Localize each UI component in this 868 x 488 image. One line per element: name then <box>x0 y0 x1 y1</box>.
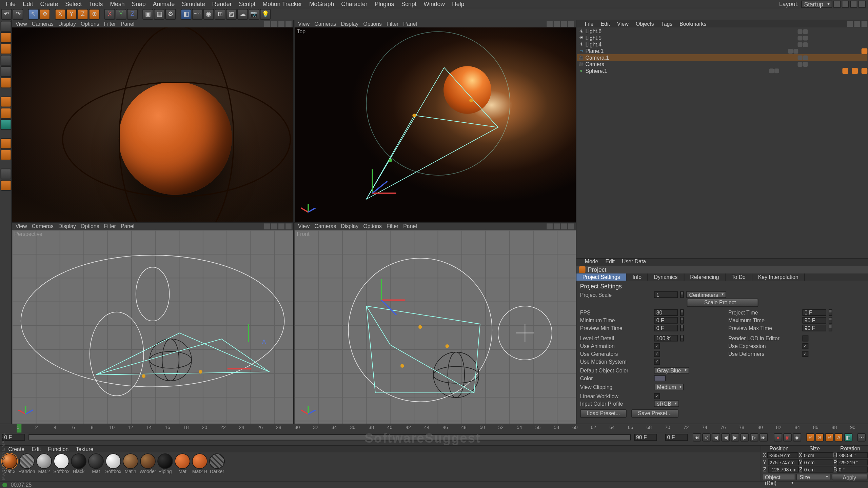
object-row[interactable]: Light.6 <box>577 28 867 35</box>
menu-edit[interactable]: Edit <box>19 0 36 8</box>
select-tool[interactable]: ↖ <box>28 8 39 19</box>
menu-motion-tracker[interactable]: Motion Tracker <box>259 0 305 8</box>
viewport-solo-icon[interactable] <box>1 138 12 149</box>
attr-tab-edit[interactable]: Edit <box>602 259 618 266</box>
menu-tools[interactable]: Tools <box>85 0 106 8</box>
next-frame-button[interactable]: ▶ <box>741 433 749 442</box>
menu-create[interactable]: Create <box>37 0 62 8</box>
use-expr-checkbox[interactable]: ✓ <box>802 343 808 349</box>
misc-tool-1-icon[interactable] <box>1 169 12 180</box>
vis-editor-dot[interactable] <box>798 36 803 40</box>
menu-select[interactable]: Select <box>62 0 85 8</box>
om-tab-edit[interactable]: Edit <box>597 21 613 27</box>
view-clip-dropdown[interactable]: Medium <box>654 384 684 390</box>
material-tag-icon[interactable] <box>842 68 848 74</box>
vp-nav-icon[interactable] <box>285 21 292 27</box>
tl-options-icon[interactable]: ⋯ <box>857 433 866 442</box>
lin-wf-checkbox[interactable]: ✓ <box>654 393 660 399</box>
axis-mode-icon[interactable] <box>1 97 12 107</box>
max-time-input[interactable] <box>802 317 826 323</box>
menu-sculpt[interactable]: Sculpt <box>235 0 259 8</box>
layout-icon-2[interactable] <box>842 0 849 7</box>
om-filter-icon[interactable] <box>854 21 861 27</box>
subtab-key-interp[interactable]: Key Interpolation <box>752 273 805 281</box>
spinner[interactable] <box>680 317 684 323</box>
lock-y-icon[interactable]: Y <box>66 8 77 19</box>
vis-render-dot[interactable] <box>803 29 808 34</box>
point-mode-icon[interactable] <box>1 66 12 77</box>
viewport-canvas[interactable] <box>12 27 293 221</box>
prev-frame-button[interactable]: ◀ <box>712 433 720 442</box>
vis-render-dot[interactable] <box>803 62 808 66</box>
render-settings-button[interactable]: ⚙ <box>165 8 176 19</box>
use-gen-checkbox[interactable]: ✓ <box>654 351 660 357</box>
mat-tab-edit[interactable]: Edit <box>28 446 44 452</box>
vis-render-dot[interactable] <box>774 68 779 73</box>
vp-nav-icon[interactable] <box>568 223 574 229</box>
size-input[interactable] <box>803 467 833 473</box>
lod-input[interactable] <box>654 335 678 341</box>
lock-x-icon[interactable]: X <box>55 8 66 19</box>
misc-tool-2-icon[interactable] <box>1 180 12 191</box>
load-preset-button[interactable]: Load Preset... <box>580 409 627 418</box>
prev-max-input[interactable] <box>802 325 826 331</box>
vp-menu-cameras[interactable]: Cameras <box>312 21 338 27</box>
spinner[interactable] <box>828 317 832 323</box>
menu-window[interactable]: Window <box>420 0 449 8</box>
primitive-cube-icon[interactable]: ◧ <box>181 8 192 19</box>
vp-nav-icon[interactable] <box>561 223 567 229</box>
material-list[interactable]: Mat.3RandomMat.2SoftboxBlackMatSoftboxMa… <box>0 452 761 481</box>
vp-menu-view[interactable]: View <box>296 21 312 27</box>
timeline-scrollbar[interactable] <box>28 434 631 441</box>
object-row[interactable]: Camera <box>577 61 867 67</box>
material-item[interactable]: Piping <box>157 453 173 480</box>
axis-y-icon[interactable]: Y <box>116 8 126 19</box>
vis-editor-dot[interactable] <box>798 29 803 34</box>
material-item[interactable]: Mat.1 <box>122 453 139 480</box>
coord-apply-button[interactable]: Apply <box>831 474 867 480</box>
key-pla-icon[interactable]: ◧ <box>844 433 853 442</box>
vp-menu-filter[interactable]: Filter <box>102 223 118 229</box>
deformer-tool-icon[interactable]: ▨ <box>226 8 237 19</box>
xray-icon[interactable] <box>1 149 12 160</box>
menu-render[interactable]: Render <box>209 0 235 8</box>
min-time-input[interactable] <box>654 317 678 323</box>
vis-render-dot[interactable] <box>803 42 808 47</box>
subtab-referencing[interactable]: Referencing <box>684 273 726 281</box>
spinner[interactable] <box>828 325 832 331</box>
polygon-mode-icon[interactable] <box>1 78 12 88</box>
menu-script[interactable]: Script <box>398 0 420 8</box>
vis-editor-dot[interactable] <box>798 42 803 47</box>
vp-nav-icon[interactable] <box>561 21 567 27</box>
snap-toggle-icon[interactable] <box>1 119 12 130</box>
vis-editor-dot[interactable] <box>798 62 803 66</box>
prev-key-button[interactable]: ◁ <box>702 433 711 442</box>
menu-file[interactable]: File <box>2 0 19 8</box>
material-item[interactable]: Mat2 B <box>191 453 208 480</box>
object-row[interactable]: Plane.1 <box>577 48 867 54</box>
object-tree[interactable]: Light.6Light.5Light.4Plane.1Camera.1Came… <box>576 27 868 258</box>
material-item[interactable]: Random <box>19 453 35 480</box>
project-scale-input[interactable] <box>654 291 678 298</box>
tweak-mode-icon[interactable] <box>1 108 12 119</box>
undo-button[interactable]: ↶ <box>1 8 12 19</box>
spinner[interactable] <box>680 309 684 316</box>
vis-render-dot[interactable] <box>803 36 808 40</box>
key-param-icon[interactable]: A <box>835 433 843 442</box>
material-item[interactable]: Mat <box>87 453 104 480</box>
menu-snap[interactable]: Snap <box>128 0 149 8</box>
color-swatch[interactable] <box>654 375 666 381</box>
material-item[interactable]: Black <box>70 453 87 480</box>
vp-menu-cameras[interactable]: Cameras <box>29 21 56 27</box>
texture-mode-icon[interactable] <box>1 32 12 43</box>
vp-menu-cameras[interactable]: Cameras <box>29 223 56 229</box>
om-tab-view[interactable]: View <box>613 21 632 27</box>
spinner[interactable] <box>680 325 684 331</box>
vp-nav-icon[interactable] <box>547 223 553 229</box>
object-row[interactable]: Light.4 <box>577 41 867 47</box>
tl-end-input[interactable] <box>634 434 657 441</box>
camera-tool-icon[interactable]: 📷 <box>249 8 259 19</box>
vp-nav-icon[interactable] <box>547 21 553 27</box>
key-pos-icon[interactable]: P <box>806 433 814 442</box>
tl-start-input[interactable] <box>2 434 25 441</box>
